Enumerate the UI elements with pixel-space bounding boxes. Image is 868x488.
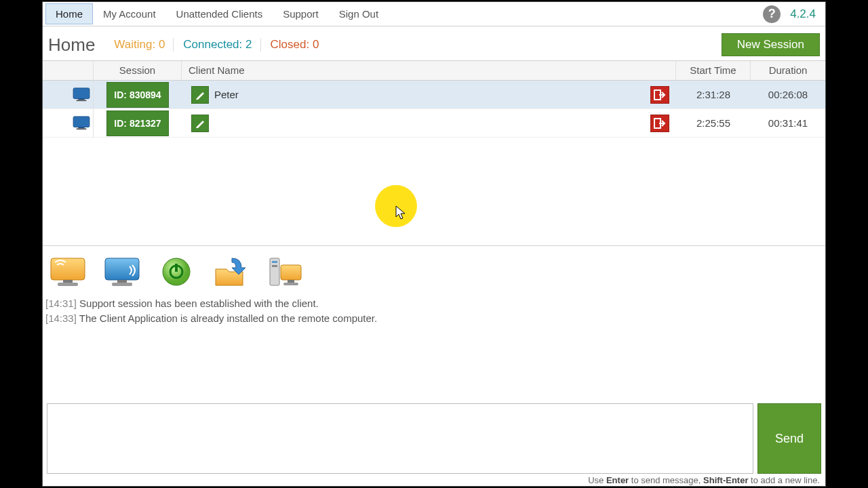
stat-connected: Connected: 2 bbox=[173, 38, 252, 52]
chat-input[interactable] bbox=[47, 403, 753, 474]
version-label: 4.2.4 bbox=[790, 7, 816, 21]
svg-rect-10 bbox=[58, 283, 78, 286]
monitor-icon bbox=[73, 87, 90, 102]
top-nav: Home My Account Unattended Clients Suppo… bbox=[43, 2, 825, 26]
new-session-button[interactable]: New Session bbox=[722, 33, 820, 56]
svg-rect-4 bbox=[73, 116, 90, 127]
chat-hint: Use Enter to send message, Shift-Enter t… bbox=[588, 475, 820, 485]
svg-rect-13 bbox=[112, 283, 132, 286]
session-id-badge[interactable]: ID: 830894 bbox=[106, 82, 169, 108]
session-id-badge[interactable]: ID: 821327 bbox=[106, 110, 169, 136]
start-time: 2:31:28 bbox=[676, 81, 751, 108]
cursor-highlight bbox=[375, 185, 417, 227]
header-bar: Home Waiting: 0 Connected: 2 Closed: 0 N… bbox=[43, 26, 825, 60]
svg-rect-19 bbox=[272, 265, 277, 267]
nav-support[interactable]: Support bbox=[273, 3, 329, 24]
monitor-icon bbox=[73, 116, 90, 131]
session-table-header: Session Client Name Start Time Duration bbox=[43, 60, 825, 81]
start-time: 2:25:55 bbox=[676, 109, 751, 137]
svg-rect-20 bbox=[281, 265, 301, 280]
logout-icon bbox=[654, 118, 666, 129]
file-transfer-icon[interactable] bbox=[210, 254, 252, 289]
session-toolbar bbox=[43, 246, 825, 293]
pencil-icon bbox=[195, 119, 205, 128]
disconnect-button[interactable] bbox=[650, 86, 669, 104]
logout-icon bbox=[654, 89, 666, 100]
col-session: Session bbox=[94, 61, 182, 80]
session-list-area bbox=[43, 138, 825, 246]
svg-rect-12 bbox=[117, 280, 127, 283]
table-row[interactable]: ID: 821327 2:25:55 00:31:41 bbox=[43, 109, 825, 138]
nav-home[interactable]: Home bbox=[45, 3, 93, 24]
app-window: Home My Account Unattended Clients Suppo… bbox=[42, 1, 826, 487]
nav-my-account[interactable]: My Account bbox=[93, 3, 166, 24]
edit-client-button[interactable] bbox=[191, 86, 209, 104]
stat-waiting: Waiting: 0 bbox=[114, 38, 165, 52]
nav-unattended[interactable]: Unattended Clients bbox=[166, 3, 273, 24]
table-row[interactable]: ID: 830894 Peter 2:31:28 00:26:08 bbox=[43, 81, 825, 109]
nav-sign-out[interactable]: Sign Out bbox=[329, 3, 389, 24]
page-title: Home bbox=[48, 35, 95, 56]
chat-area: Send bbox=[47, 403, 821, 474]
svg-rect-21 bbox=[288, 280, 294, 283]
restart-icon[interactable] bbox=[155, 254, 197, 289]
session-table-body: ID: 830894 Peter 2:31:28 00:26:08 bbox=[43, 81, 825, 138]
svg-rect-9 bbox=[63, 280, 73, 283]
client-name: Peter bbox=[214, 85, 239, 104]
svg-rect-6 bbox=[77, 128, 87, 129]
remote-control-icon[interactable] bbox=[101, 254, 143, 289]
stat-closed: Closed: 0 bbox=[260, 38, 319, 52]
svg-rect-1 bbox=[78, 98, 84, 100]
pencil-icon bbox=[195, 90, 205, 100]
svg-rect-0 bbox=[73, 87, 90, 98]
session-log: [14:31] Support session has been establi… bbox=[43, 293, 825, 326]
svg-rect-2 bbox=[77, 100, 87, 101]
duration: 00:31:41 bbox=[751, 109, 825, 137]
send-button[interactable]: Send bbox=[757, 403, 821, 474]
help-icon[interactable]: ? bbox=[763, 5, 781, 23]
edit-client-button[interactable] bbox=[191, 115, 209, 132]
col-duration: Duration bbox=[751, 61, 825, 80]
system-info-icon[interactable] bbox=[264, 254, 306, 289]
svg-rect-11 bbox=[105, 258, 139, 280]
log-line: [14:31] Support session has been establi… bbox=[45, 296, 825, 311]
col-client: Client Name bbox=[182, 61, 676, 80]
col-start: Start Time bbox=[676, 61, 751, 80]
duration: 00:26:08 bbox=[751, 81, 825, 108]
svg-rect-16 bbox=[175, 264, 178, 272]
remote-view-icon[interactable] bbox=[47, 254, 89, 289]
svg-rect-5 bbox=[78, 127, 84, 128]
svg-rect-22 bbox=[283, 283, 298, 285]
disconnect-button[interactable] bbox=[650, 115, 669, 132]
svg-rect-18 bbox=[272, 261, 277, 263]
log-line: [14:33] The Client Application is alread… bbox=[45, 311, 825, 326]
